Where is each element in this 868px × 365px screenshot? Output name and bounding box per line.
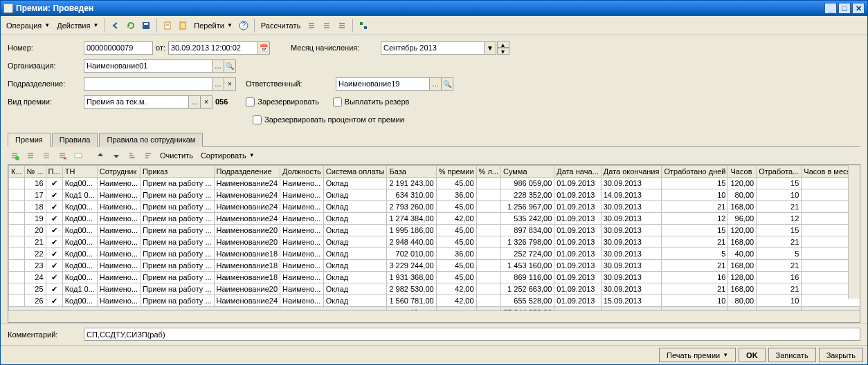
- resp-input[interactable]: [338, 78, 427, 90]
- extra-icon[interactable]: [356, 19, 370, 32]
- move-up-icon[interactable]: [93, 149, 107, 162]
- table-row[interactable]: 22 ✔ Код00...Наимено...Прием на работу .…: [9, 248, 860, 260]
- org-label: Организация:: [8, 62, 84, 70]
- col-header[interactable]: № ...: [24, 166, 46, 178]
- org-input[interactable]: [87, 60, 210, 72]
- goto-menu[interactable]: Перейти▼: [191, 20, 235, 31]
- pay-reserve-checkbox[interactable]: Выплатить резерв: [333, 97, 410, 106]
- tab-rules[interactable]: Правила: [52, 133, 98, 147]
- month-up-button[interactable]: ▴: [497, 41, 509, 48]
- list1-icon[interactable]: [305, 19, 318, 32]
- month-down-button[interactable]: ▾: [497, 48, 509, 55]
- back-icon[interactable]: [109, 19, 123, 32]
- operation-menu[interactable]: Операция▼: [3, 20, 53, 31]
- resp-select-button[interactable]: …: [429, 77, 442, 91]
- from-label: от:: [156, 44, 165, 52]
- col-header[interactable]: % премии: [436, 166, 476, 178]
- add-row-icon[interactable]: [8, 149, 21, 162]
- help-icon[interactable]: ?: [237, 19, 251, 32]
- col-header[interactable]: К...: [9, 166, 25, 178]
- maximize-button[interactable]: □: [838, 3, 851, 14]
- delete-row-icon[interactable]: [55, 149, 69, 162]
- print-button[interactable]: Печать премии▼: [659, 348, 736, 362]
- number-input[interactable]: [87, 42, 150, 54]
- actions-menu[interactable]: Действия▼: [54, 20, 101, 31]
- dept-clear-button[interactable]: ×: [224, 77, 236, 91]
- sort-asc-icon[interactable]: [125, 149, 139, 162]
- doc-new-icon[interactable]: [161, 19, 174, 32]
- table-row[interactable]: 25 ✔ Код1 0...Наимено...Прием на работу …: [9, 283, 860, 295]
- table-row[interactable]: 24 ✔ Код00...Наимено...Прием на работу .…: [9, 272, 860, 283]
- list2-icon[interactable]: [320, 19, 334, 32]
- clear-button[interactable]: Очистить: [157, 150, 196, 161]
- close-button[interactable]: Закрыть: [819, 348, 863, 362]
- svg-rect-3: [180, 22, 186, 29]
- table-row[interactable]: 18 ✔ Код00...Наимено...Прием на работу .…: [9, 201, 860, 213]
- date-picker-button[interactable]: 📅: [257, 41, 270, 55]
- comment-label: Комментарий:: [8, 330, 84, 339]
- col-header[interactable]: Подразделение: [214, 166, 280, 178]
- col-header[interactable]: Система оплаты: [323, 166, 387, 178]
- month-input[interactable]: [383, 42, 482, 54]
- svg-rect-7: [364, 26, 367, 29]
- col-header[interactable]: Сотрудник: [97, 166, 140, 178]
- close-window-button[interactable]: ✕: [852, 3, 865, 14]
- edit-row-icon[interactable]: [39, 149, 53, 162]
- doc-action-icon[interactable]: [176, 19, 190, 32]
- sort-desc-icon[interactable]: [141, 149, 155, 162]
- tab-rules-emp[interactable]: Правила по сотрудникам: [99, 133, 203, 147]
- comment-input[interactable]: [87, 328, 858, 340]
- col-header[interactable]: База: [387, 166, 436, 178]
- type-clear-button[interactable]: ×: [200, 95, 213, 109]
- table-row[interactable]: 21 ✔ Код00...Наимено...Прием на работу .…: [9, 236, 860, 248]
- month-dropdown-button[interactable]: ▼: [484, 41, 496, 55]
- resp-search-button[interactable]: 🔍: [441, 77, 453, 91]
- col-header[interactable]: Дата окончания: [601, 166, 662, 178]
- tab-premium[interactable]: Премия: [8, 133, 51, 147]
- list3-icon[interactable]: [335, 19, 349, 32]
- col-header[interactable]: % л...: [476, 166, 500, 178]
- org-search-button[interactable]: 🔍: [224, 59, 236, 73]
- minimize-button[interactable]: _: [824, 3, 837, 14]
- table-row[interactable]: 19 ✔ Код00...Наимено...Прием на работу .…: [9, 213, 860, 225]
- date-input[interactable]: [171, 42, 255, 54]
- save-icon[interactable]: [139, 19, 153, 32]
- move-down-icon[interactable]: [109, 149, 123, 162]
- reserve-checkbox[interactable]: Зарезервировать: [246, 97, 319, 106]
- table-row[interactable]: 17 ✔ Код1 0...Наимено...Прием на работу …: [9, 189, 860, 201]
- type-code: 056: [215, 97, 228, 106]
- col-header[interactable]: Часов: [728, 166, 757, 178]
- col-header[interactable]: Сумма: [500, 166, 554, 178]
- col-header[interactable]: Отработано дней: [662, 166, 728, 178]
- totals-row: Итого:37 644 253,00: [9, 307, 860, 311]
- save-button[interactable]: Записать: [768, 348, 816, 362]
- calculate-button[interactable]: Рассчитать: [258, 20, 303, 31]
- resp-label: Ответственный:: [246, 79, 336, 88]
- sort-menu[interactable]: Сортировать▼: [198, 150, 257, 161]
- end-edit-icon[interactable]: [71, 149, 85, 162]
- reserve-pct-checkbox[interactable]: Зарезервировать процентом от премии: [253, 115, 404, 124]
- data-grid[interactable]: К...№ ...П...ТНСотрудникПриказПодразделе…: [8, 165, 860, 323]
- org-select-button[interactable]: …: [212, 59, 224, 73]
- table-row[interactable]: 20 ✔ Код00...Наимено...Прием на работу .…: [9, 225, 860, 236]
- horizontal-scrollbar[interactable]: [8, 310, 860, 322]
- type-input[interactable]: [87, 96, 186, 108]
- table-row[interactable]: 16 ✔ Код00...Наимено...Прием на работу .…: [9, 178, 860, 189]
- col-header[interactable]: Отработа...: [757, 166, 802, 178]
- grid-toolbar: Очистить Сортировать▼: [8, 147, 860, 165]
- copy-row-icon[interactable]: [24, 149, 37, 162]
- refresh-icon[interactable]: [124, 19, 138, 32]
- col-header[interactable]: ТН: [62, 166, 97, 178]
- vertical-scrollbar[interactable]: [848, 165, 860, 299]
- col-header[interactable]: Должность: [280, 166, 324, 178]
- dept-select-button[interactable]: …: [212, 77, 224, 91]
- col-header[interactable]: П...: [46, 166, 62, 178]
- window: Премии: Проведен _ □ ✕ Операция▼ Действи…: [0, 0, 868, 365]
- table-row[interactable]: 23 ✔ Код00...Наимено...Прием на работу .…: [9, 260, 860, 272]
- ok-button[interactable]: OK: [739, 348, 766, 362]
- table-row[interactable]: 26 ✔ Код00...Наимено...Прием на работу .…: [9, 295, 860, 307]
- col-header[interactable]: Дата нача...: [554, 166, 601, 178]
- col-header[interactable]: Приказ: [141, 166, 214, 178]
- dept-input[interactable]: [87, 78, 210, 90]
- type-select-button[interactable]: …: [188, 95, 201, 109]
